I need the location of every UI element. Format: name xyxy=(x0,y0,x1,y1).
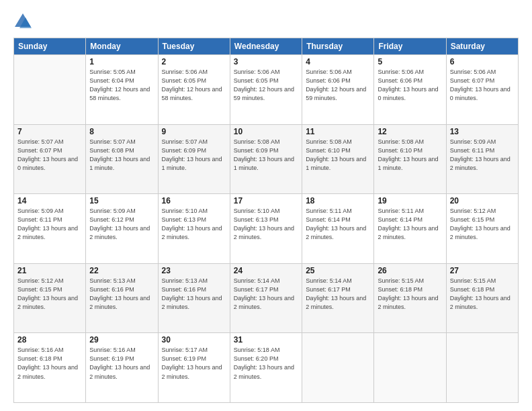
calendar-cell: 22Sunrise: 5:13 AMSunset: 6:16 PMDayligh… xyxy=(86,263,158,333)
day-info: Sunrise: 5:11 AMSunset: 6:14 PMDaylight:… xyxy=(306,207,370,242)
day-number: 6 xyxy=(450,57,515,66)
day-info: Sunrise: 5:16 AMSunset: 6:19 PMDaylight:… xyxy=(89,346,154,381)
day-info: Sunrise: 5:06 AMSunset: 6:05 PMDaylight:… xyxy=(162,68,226,103)
day-number: 8 xyxy=(89,127,154,136)
weekday-header-thursday: Thursday xyxy=(302,38,374,55)
day-number: 24 xyxy=(234,266,298,275)
day-info: Sunrise: 5:06 AMSunset: 6:05 PMDaylight:… xyxy=(234,68,298,103)
day-number: 20 xyxy=(450,196,515,205)
calendar-table: SundayMondayTuesdayWednesdayThursdayFrid… xyxy=(13,38,519,403)
day-number: 5 xyxy=(378,57,442,66)
day-number: 10 xyxy=(234,127,298,136)
day-info: Sunrise: 5:06 AMSunset: 6:07 PMDaylight:… xyxy=(450,68,515,103)
weekday-header-sunday: Sunday xyxy=(14,38,86,55)
day-number: 25 xyxy=(306,266,370,275)
logo xyxy=(13,12,34,31)
day-number: 4 xyxy=(306,57,370,66)
weekday-header-row: SundayMondayTuesdayWednesdayThursdayFrid… xyxy=(14,38,519,55)
day-info: Sunrise: 5:14 AMSunset: 6:17 PMDaylight:… xyxy=(234,277,298,312)
calendar-cell: 27Sunrise: 5:15 AMSunset: 6:18 PMDayligh… xyxy=(446,263,518,333)
day-info: Sunrise: 5:08 AMSunset: 6:09 PMDaylight:… xyxy=(234,138,298,173)
day-info: Sunrise: 5:12 AMSunset: 6:15 PMDaylight:… xyxy=(17,277,82,312)
day-info: Sunrise: 5:07 AMSunset: 6:08 PMDaylight:… xyxy=(89,138,154,173)
calendar-cell: 9Sunrise: 5:07 AMSunset: 6:09 PMDaylight… xyxy=(158,124,230,194)
day-info: Sunrise: 5:15 AMSunset: 6:18 PMDaylight:… xyxy=(378,277,442,312)
weekday-header-friday: Friday xyxy=(374,38,446,55)
day-info: Sunrise: 5:08 AMSunset: 6:10 PMDaylight:… xyxy=(378,138,442,173)
day-number: 19 xyxy=(378,196,442,205)
day-info: Sunrise: 5:09 AMSunset: 6:11 PMDaylight:… xyxy=(17,207,82,242)
day-number: 1 xyxy=(89,57,154,66)
calendar-cell: 12Sunrise: 5:08 AMSunset: 6:10 PMDayligh… xyxy=(374,124,446,194)
day-info: Sunrise: 5:05 AMSunset: 6:04 PMDaylight:… xyxy=(89,68,154,103)
day-number: 22 xyxy=(89,266,154,275)
day-info: Sunrise: 5:14 AMSunset: 6:17 PMDaylight:… xyxy=(306,277,370,312)
day-info: Sunrise: 5:17 AMSunset: 6:19 PMDaylight:… xyxy=(162,346,226,381)
day-info: Sunrise: 5:06 AMSunset: 6:06 PMDaylight:… xyxy=(306,68,370,103)
day-info: Sunrise: 5:11 AMSunset: 6:14 PMDaylight:… xyxy=(378,207,442,242)
calendar-cell xyxy=(446,333,518,403)
calendar-cell: 2Sunrise: 5:06 AMSunset: 6:05 PMDaylight… xyxy=(158,55,230,125)
day-number: 26 xyxy=(378,266,442,275)
day-number: 27 xyxy=(450,266,515,275)
day-info: Sunrise: 5:10 AMSunset: 6:13 PMDaylight:… xyxy=(234,207,298,242)
day-number: 31 xyxy=(234,335,298,345)
calendar-week-row: 14Sunrise: 5:09 AMSunset: 6:11 PMDayligh… xyxy=(14,194,519,264)
calendar-week-row: 7Sunrise: 5:07 AMSunset: 6:07 PMDaylight… xyxy=(14,124,519,194)
calendar-cell: 25Sunrise: 5:14 AMSunset: 6:17 PMDayligh… xyxy=(302,263,374,333)
calendar-cell: 23Sunrise: 5:13 AMSunset: 6:16 PMDayligh… xyxy=(158,263,230,333)
day-info: Sunrise: 5:13 AMSunset: 6:16 PMDaylight:… xyxy=(89,277,154,312)
calendar-cell: 19Sunrise: 5:11 AMSunset: 6:14 PMDayligh… xyxy=(374,194,446,264)
day-info: Sunrise: 5:07 AMSunset: 6:07 PMDaylight:… xyxy=(17,138,82,173)
calendar-cell: 7Sunrise: 5:07 AMSunset: 6:07 PMDaylight… xyxy=(14,124,86,194)
day-info: Sunrise: 5:18 AMSunset: 6:20 PMDaylight:… xyxy=(234,346,298,381)
calendar-cell: 14Sunrise: 5:09 AMSunset: 6:11 PMDayligh… xyxy=(14,194,86,264)
calendar-cell: 6Sunrise: 5:06 AMSunset: 6:07 PMDaylight… xyxy=(446,55,518,125)
calendar-week-row: 28Sunrise: 5:16 AMSunset: 6:18 PMDayligh… xyxy=(14,333,519,403)
day-number: 7 xyxy=(17,127,82,136)
calendar-cell: 11Sunrise: 5:08 AMSunset: 6:10 PMDayligh… xyxy=(302,124,374,194)
day-number: 23 xyxy=(162,266,226,275)
calendar-cell: 24Sunrise: 5:14 AMSunset: 6:17 PMDayligh… xyxy=(230,263,302,333)
day-number: 3 xyxy=(234,57,298,66)
day-number: 21 xyxy=(17,266,82,275)
calendar-cell: 5Sunrise: 5:06 AMSunset: 6:06 PMDaylight… xyxy=(374,55,446,125)
day-info: Sunrise: 5:15 AMSunset: 6:18 PMDaylight:… xyxy=(450,277,515,312)
calendar-cell: 18Sunrise: 5:11 AMSunset: 6:14 PMDayligh… xyxy=(302,194,374,264)
calendar-cell: 31Sunrise: 5:18 AMSunset: 6:20 PMDayligh… xyxy=(230,333,302,403)
day-number: 16 xyxy=(162,196,226,205)
calendar-cell: 28Sunrise: 5:16 AMSunset: 6:18 PMDayligh… xyxy=(14,333,86,403)
calendar-cell: 15Sunrise: 5:09 AMSunset: 6:12 PMDayligh… xyxy=(86,194,158,264)
day-number: 17 xyxy=(234,196,298,205)
weekday-header-wednesday: Wednesday xyxy=(230,38,302,55)
calendar-cell: 3Sunrise: 5:06 AMSunset: 6:05 PMDaylight… xyxy=(230,55,302,125)
calendar-week-row: 21Sunrise: 5:12 AMSunset: 6:15 PMDayligh… xyxy=(14,263,519,333)
calendar-cell: 29Sunrise: 5:16 AMSunset: 6:19 PMDayligh… xyxy=(86,333,158,403)
day-number: 18 xyxy=(306,196,370,205)
day-number: 29 xyxy=(89,335,154,345)
weekday-header-tuesday: Tuesday xyxy=(158,38,230,55)
day-number: 9 xyxy=(162,127,226,136)
calendar-cell: 4Sunrise: 5:06 AMSunset: 6:06 PMDaylight… xyxy=(302,55,374,125)
calendar-cell: 17Sunrise: 5:10 AMSunset: 6:13 PMDayligh… xyxy=(230,194,302,264)
calendar-cell: 26Sunrise: 5:15 AMSunset: 6:18 PMDayligh… xyxy=(374,263,446,333)
calendar-cell: 21Sunrise: 5:12 AMSunset: 6:15 PMDayligh… xyxy=(14,263,86,333)
calendar-cell: 13Sunrise: 5:09 AMSunset: 6:11 PMDayligh… xyxy=(446,124,518,194)
logo-icon xyxy=(13,12,32,31)
weekday-header-saturday: Saturday xyxy=(446,38,518,55)
day-number: 11 xyxy=(306,127,370,136)
day-info: Sunrise: 5:10 AMSunset: 6:13 PMDaylight:… xyxy=(162,207,226,242)
day-info: Sunrise: 5:16 AMSunset: 6:18 PMDaylight:… xyxy=(17,346,82,381)
day-info: Sunrise: 5:09 AMSunset: 6:12 PMDaylight:… xyxy=(89,207,154,242)
day-info: Sunrise: 5:07 AMSunset: 6:09 PMDaylight:… xyxy=(162,138,226,173)
calendar-cell: 10Sunrise: 5:08 AMSunset: 6:09 PMDayligh… xyxy=(230,124,302,194)
calendar-cell: 8Sunrise: 5:07 AMSunset: 6:08 PMDaylight… xyxy=(86,124,158,194)
calendar-cell: 1Sunrise: 5:05 AMSunset: 6:04 PMDaylight… xyxy=(86,55,158,125)
day-info: Sunrise: 5:08 AMSunset: 6:10 PMDaylight:… xyxy=(306,138,370,173)
weekday-header-monday: Monday xyxy=(86,38,158,55)
day-number: 2 xyxy=(162,57,226,66)
day-number: 14 xyxy=(17,196,82,205)
calendar-cell xyxy=(302,333,374,403)
calendar-cell xyxy=(14,55,86,125)
calendar-cell xyxy=(374,333,446,403)
